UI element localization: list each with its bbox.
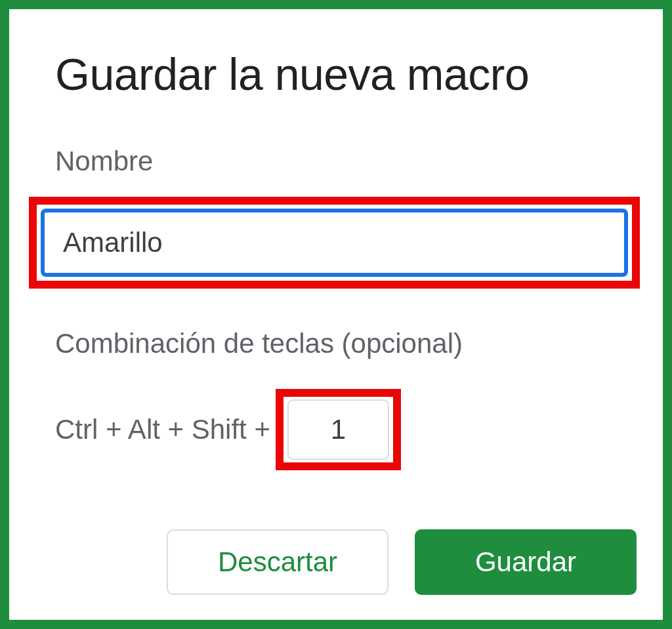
save-button[interactable]: Guardar (415, 529, 637, 595)
dialog-buttons: Descartar Guardar (55, 529, 637, 595)
shortcut-section: Combinación de teclas (opcional) Ctrl + … (55, 328, 637, 470)
shortcut-key-input[interactable] (287, 399, 389, 460)
save-macro-dialog: Guardar la nueva macro Nombre Combinació… (0, 0, 672, 629)
name-highlight-annotation (29, 197, 640, 289)
shortcut-row: Ctrl + Alt + Shift + (55, 389, 637, 470)
name-label: Nombre (55, 146, 637, 177)
shortcut-label: Combinación de teclas (opcional) (55, 328, 637, 359)
dialog-title: Guardar la nueva macro (55, 49, 637, 100)
shortcut-highlight-annotation (276, 389, 401, 470)
shortcut-prefix: Ctrl + Alt + Shift + (55, 414, 270, 445)
discard-button[interactable]: Descartar (167, 529, 388, 595)
macro-name-input[interactable] (41, 209, 628, 277)
